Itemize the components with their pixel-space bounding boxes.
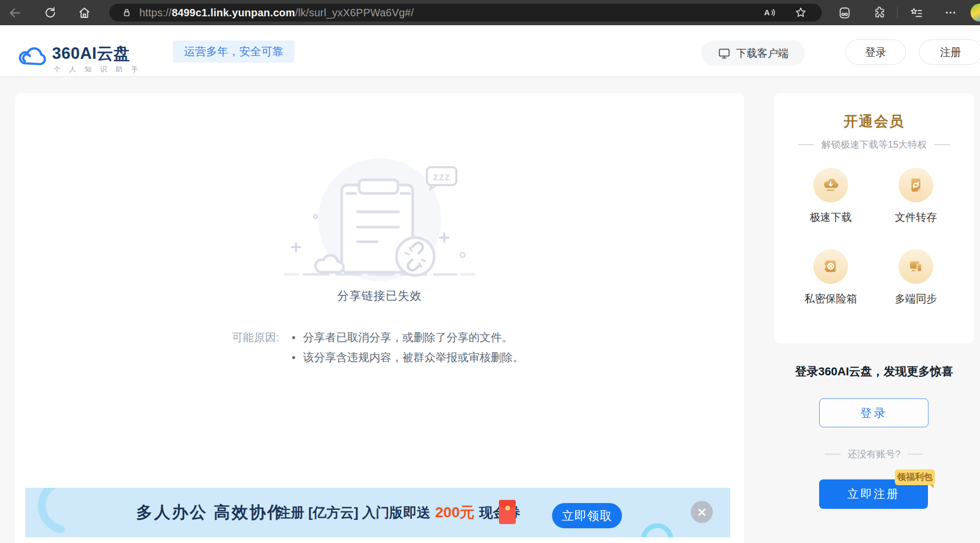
error-reasons: 可能原因: 分享者已取消分享，或删除了分享的文件。 该分享含违规内容，被群众举报… [232, 327, 524, 367]
svg-text:A: A [764, 8, 770, 17]
error-title: 分享链接已失效 [274, 288, 485, 304]
login-button[interactable]: 登录 [819, 398, 928, 427]
multi-device-sync-icon [899, 249, 933, 284]
extensions-puzzle-icon[interactable] [872, 5, 887, 21]
browser-window: https://8499c1.link.yunpan.com/lk/surl_y… [0, 0, 980, 543]
more-menu-icon[interactable] [943, 5, 958, 21]
vip-title: 开通会员 [774, 112, 974, 131]
promo-ad-banner: 多人办公 高效协作 注册 [亿方云] 入门版即送 200元 现金券 立即领取 [25, 488, 730, 537]
browser-toolbar: https://8499c1.link.yunpan.com/lk/surl_y… [0, 0, 980, 25]
banner-offer: 注册 [亿方云] 入门版即送 200元 现金券 [277, 503, 520, 522]
speed-download-icon [813, 168, 848, 202]
brand-cloud-logo-icon[interactable] [18, 43, 47, 67]
login-promo-headline: 登录360AI云盘，发现更多惊喜 [774, 364, 974, 380]
divider-line [934, 144, 950, 145]
feature-safe-box: 私密保险箱 [791, 249, 870, 306]
download-client-label: 下载客户端 [736, 46, 789, 60]
banner-claim-button[interactable]: 立即领取 [552, 503, 622, 528]
feature-label: 文件转存 [876, 210, 955, 224]
feature-label: 极速下载 [791, 210, 870, 224]
favorite-star-icon[interactable] [793, 5, 808, 20]
home-icon[interactable] [76, 5, 92, 21]
url-text: https://8499c1.link.yunpan.com/lk/surl_y… [139, 7, 414, 19]
reason-label: 可能原因: [232, 327, 279, 367]
vip-subtitle: 解锁极速下载等15大特权 [821, 138, 926, 151]
favorites-list-icon[interactable] [908, 5, 924, 21]
address-bar[interactable]: https://8499c1.link.yunpan.com/lk/surl_y… [109, 4, 822, 22]
bonus-tag: 领福利包 [895, 469, 935, 485]
url-path: /lk/surl_yxX6PPWa6Vg#/ [295, 7, 414, 18]
banner-close-icon[interactable] [691, 501, 713, 523]
feature-file-transfer: 文件转存 [876, 168, 955, 224]
header-login-button[interactable]: 登录 [845, 39, 906, 65]
feature-multi-device-sync: 多端同步 [876, 249, 955, 306]
page-edge-sliver [0, 25, 2, 49]
share-error-card: zzz 分享链接已失效 可能原因: 分享者已取消分享，或删除了分享的文件。 该分… [15, 93, 744, 543]
vip-panel: 开通会员 解锁极速下载等15大特权 极速下载 [774, 93, 974, 343]
toolbar-divider [897, 7, 897, 18]
offer-amount: 200元 [435, 503, 475, 522]
lock-icon[interactable] [121, 7, 132, 18]
brand-title[interactable]: 360AI云盘 [52, 43, 130, 65]
profile-avatar[interactable] [971, 4, 980, 22]
divider-line [825, 454, 841, 455]
download-client-button[interactable]: 下载客户端 [701, 40, 805, 66]
read-aloud-icon[interactable]: A [762, 5, 777, 20]
header-register-button[interactable]: 注册 [919, 39, 980, 65]
divider-line [798, 144, 814, 145]
vip-subtitle-row: 解锁极速下载等15大特权 [774, 138, 974, 151]
expired-link-illustration: zzz [274, 158, 485, 294]
back-icon[interactable] [7, 5, 23, 21]
file-transfer-icon [899, 168, 933, 202]
divider-line [907, 454, 923, 455]
adblock-extension-icon[interactable] [836, 5, 852, 21]
safe-box-icon [813, 249, 848, 284]
red-envelope-icon [499, 500, 516, 524]
no-account-text: 还没有账号? [848, 448, 900, 460]
site-header: 360AI云盘 个人知识助手 运营多年，安全可靠 下载客户端 登录 注册 [0, 25, 980, 76]
url-protocol: https:// [139, 7, 172, 18]
feature-label: 私密保险箱 [791, 292, 870, 306]
feature-speed-download: 极速下载 [791, 168, 870, 224]
zzz-text: zzz [433, 171, 451, 182]
feature-label: 多端同步 [876, 292, 955, 306]
page-body: zzz 分享链接已失效 可能原因: 分享者已取消分享，或删除了分享的文件。 该分… [0, 76, 980, 543]
brand-subtitle: 个人知识助手 [54, 65, 147, 74]
offer-prefix: 注册 [亿方云] 入门版即送 [277, 504, 431, 522]
slogan-badge: 运营多年，安全可靠 [173, 40, 294, 63]
banner-headline: 多人办公 高效协作 [136, 501, 285, 524]
reason-item: 分享者已取消分享，或删除了分享的文件。 [292, 327, 524, 347]
reason-item: 该分享含违规内容，被群众举报或审核删除。 [292, 347, 524, 367]
no-account-row: 还没有账号? [774, 448, 974, 460]
refresh-icon[interactable] [42, 5, 58, 21]
url-domain: 8499c1.link.yunpan.com [172, 7, 295, 18]
